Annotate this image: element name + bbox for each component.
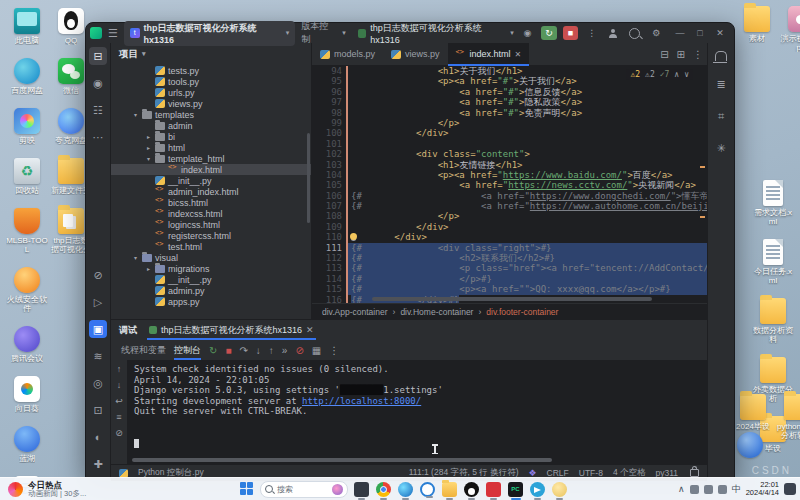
rerun-button[interactable]: ↻ (541, 26, 556, 40)
more-actions-button[interactable]: ⋮ (584, 26, 599, 40)
tree-item-migrations[interactable]: ▸migrations (111, 263, 311, 274)
ai-assistant-icon[interactable]: ✳ (712, 139, 730, 157)
debug-session-tab[interactable]: thp日志数据可视化分析系统hx1316 ✕ (147, 320, 316, 340)
tree-item-bi[interactable]: ▸bi (111, 131, 311, 142)
tree-item-admin[interactable]: admin (111, 120, 311, 131)
desktop-icon-doc[interactable]: 需求文档.xml (752, 180, 794, 226)
plugins-toolwindow-icon[interactable]: ✚ (89, 455, 107, 473)
step-over-icon[interactable]: ↷ (239, 345, 247, 356)
tree-item-__init__.py[interactable]: __init__.py (111, 175, 311, 186)
desktop-icon-video[interactable]: 演示视频.mp4 (780, 6, 800, 52)
tray-icon-3[interactable] (718, 485, 727, 494)
code-with-me-button[interactable] (606, 26, 621, 40)
tree-item-templates[interactable]: ▾templates (111, 109, 311, 120)
next-icon[interactable]: ∨ (684, 70, 689, 79)
vcs-toolwindow-icon[interactable]: ◉ (89, 74, 107, 92)
prev-icon[interactable]: ∧ (674, 70, 679, 79)
browser-circle-taskbar-icon[interactable] (420, 482, 435, 497)
search-everywhere-button[interactable] (627, 26, 642, 40)
scroll-up-icon[interactable]: ↑ (117, 364, 122, 374)
minimize-button[interactable]: — (670, 26, 690, 40)
main-menu-icon[interactable]: ☰ (108, 27, 118, 40)
tree-item-urls.py[interactable]: urls.py (111, 87, 311, 98)
step-out-icon[interactable]: ↑ (269, 345, 274, 356)
editor-hscrollbar[interactable] (372, 297, 652, 301)
tab-控制台[interactable]: 控制台 (174, 340, 201, 360)
structure-toolwindow-icon[interactable]: ☷ (89, 101, 107, 119)
tray-clock[interactable]: 22:01 2024/4/14 (746, 481, 779, 497)
globe-app-icon[interactable] (737, 432, 763, 458)
copilot-taskbar-icon[interactable] (354, 482, 369, 497)
console-link[interactable]: http://localhost:8000/ (302, 396, 421, 406)
tree-item-index.html[interactable]: index.html (111, 164, 311, 175)
tree-item-tools.py[interactable]: tools.py (111, 76, 311, 87)
telegram-taskbar-icon[interactable] (530, 482, 545, 497)
breadcrumb-item[interactable]: div.Home-container (400, 307, 473, 317)
debug-toolwindow-icon[interactable]: ▣ (89, 320, 107, 338)
soft-wrap-icon[interactable]: ↩ (115, 396, 123, 406)
start-button[interactable] (240, 482, 254, 496)
inspection-widget[interactable]: ⚠2⚠2✓7∧∨ (626, 69, 693, 80)
desktop-icon-folder[interactable]: 数据分析资料 (752, 298, 794, 344)
stop-icon[interactable]: ■ (225, 345, 231, 356)
clear-all-icon[interactable]: ⊘ (115, 428, 123, 438)
desktop-icon-flame[interactable]: 火绒安全软件 (6, 267, 48, 313)
tree-item-admin.py[interactable]: admin.py (111, 285, 311, 296)
console-hscrollbar[interactable] (132, 458, 552, 462)
notifications-bell-icon[interactable] (715, 51, 727, 61)
terminal-toolwindow-icon[interactable]: ⊡ (89, 401, 107, 419)
tab-views.py[interactable]: views.py (383, 43, 448, 65)
run-config-selector[interactable]: thp日志数据可视化分析系统hx1316 ▾ (358, 22, 514, 45)
database-toolwindow-icon[interactable]: ≣ (712, 75, 730, 93)
tab-models.py[interactable]: models.py (312, 43, 383, 65)
breadcrumb-item[interactable]: div.App-container (322, 307, 388, 317)
desktop-icon-doc[interactable]: 今日任务.xml (752, 239, 794, 285)
edge-taskbar-icon[interactable] (398, 482, 413, 497)
news-widget[interactable]: 今日热点 动画新闻 | 30多... (0, 481, 94, 498)
tree-item-test.html[interactable]: test.html (111, 241, 311, 252)
tab-index.html[interactable]: index.html✕ (448, 43, 530, 65)
search-box[interactable]: 搜索 (260, 481, 348, 498)
code-editor[interactable]: 94 <h1>关于我们</h1>95 <p><a href="#">关于我们</… (312, 66, 707, 303)
desktop-icon-meeting[interactable]: 腾讯会议 (6, 326, 48, 363)
tree-item-admin_index.html[interactable]: admin_index.html (111, 186, 311, 197)
rerun-icon[interactable]: ↻ (209, 345, 217, 356)
run-toolwindow-icon[interactable]: ▷ (89, 293, 107, 311)
tree-item-__init__.py[interactable]: __init__.py (111, 274, 311, 285)
tray-icon-2[interactable] (704, 485, 713, 494)
tree-item-template_html[interactable]: ▾template_html (111, 153, 311, 164)
tray-icon-1[interactable] (690, 485, 699, 494)
maximize-button[interactable]: □ (690, 26, 710, 40)
close-icon[interactable]: ✕ (515, 50, 522, 59)
editor-layout-icon-0[interactable]: ⊟ (656, 49, 672, 60)
debug-button[interactable]: ◉ (520, 26, 535, 40)
desktop-icon-paint[interactable]: 剪映 (6, 108, 48, 145)
tree-item-apps.py[interactable]: apps.py (111, 296, 311, 307)
mute-breakpoints-icon[interactable]: ⊘ (295, 345, 303, 356)
chrome-taskbar-icon[interactable] (376, 482, 391, 497)
tab-线程和变量[interactable]: 线程和变量 (121, 340, 166, 360)
tree-item-views.py[interactable]: views.py (111, 98, 311, 109)
console-output[interactable]: System check identified no issues (0 sil… (128, 360, 707, 464)
app-yellow-taskbar-icon[interactable] (552, 482, 567, 497)
tree-item-indexcss.html[interactable]: indexcss.html (111, 208, 311, 219)
tree-item-tests.py[interactable]: tests.py (111, 65, 311, 76)
desktop-icon-monitor[interactable]: 此电脑 (6, 8, 48, 45)
music-app-taskbar-icon[interactable] (486, 482, 501, 497)
run-to-cursor-icon[interactable]: » (282, 345, 288, 356)
tree-item-html[interactable]: ▸html (111, 142, 311, 153)
print-icon[interactable]: ≡ (116, 412, 121, 422)
file-explorer-taskbar-icon[interactable] (442, 482, 457, 497)
run-disabled-icon[interactable]: ⊘ (89, 266, 107, 284)
tree-item-visual[interactable]: ▾visual (111, 252, 311, 263)
editor-layout-icon-1[interactable]: ⊞ (673, 49, 689, 60)
tree-item-registercss.html[interactable]: registercss.html (111, 230, 311, 241)
tree-item-logincss.html[interactable]: logincss.html (111, 219, 311, 230)
step-into-icon[interactable]: ↓ (256, 345, 261, 356)
notification-center-button[interactable] (784, 483, 796, 495)
desktop-icon-folder[interactable]: python环境分析软件 (776, 394, 800, 440)
breadcrumb-item[interactable]: div.footer-container (486, 307, 558, 317)
settings-button[interactable]: ⚙ (648, 26, 663, 40)
stop-button[interactable]: ■ (563, 26, 578, 40)
evaluate-expression-icon[interactable]: ▦ (312, 345, 321, 356)
